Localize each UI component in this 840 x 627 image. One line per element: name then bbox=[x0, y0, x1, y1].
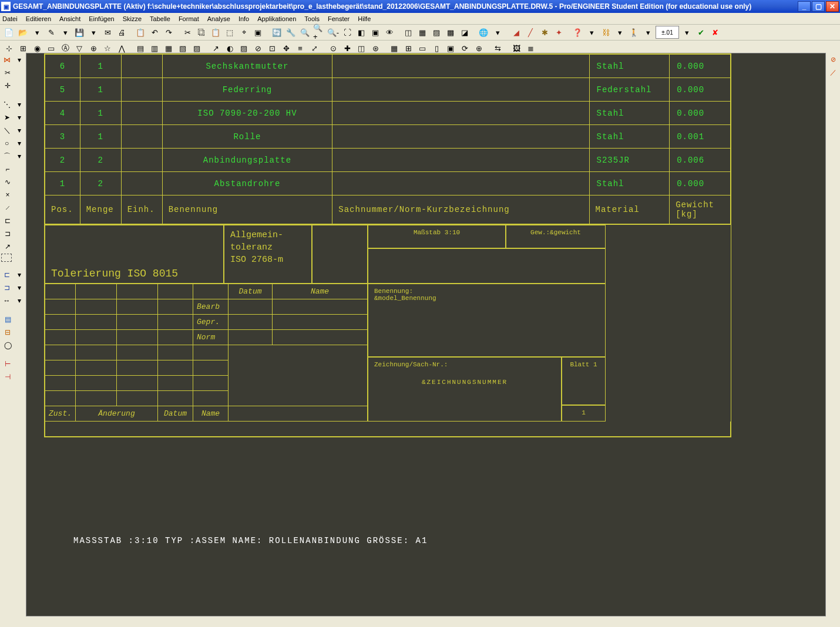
lpointer-icon[interactable]: ➤ bbox=[1, 112, 12, 123]
menu-analyse[interactable]: Analyse bbox=[207, 15, 230, 22]
sketch-new-icon[interactable]: ✎ bbox=[45, 26, 58, 39]
new-icon[interactable]: 📄 bbox=[2, 26, 15, 39]
lalign-l-icon[interactable]: ⊏ bbox=[1, 269, 12, 281]
ltrim-icon[interactable]: ✂ bbox=[1, 67, 14, 79]
dropdown-icon[interactable]: ▾ bbox=[491, 26, 504, 39]
lspline-icon[interactable]: ∿ bbox=[1, 176, 14, 188]
lalign-r-icon[interactable]: ⊐ bbox=[1, 282, 12, 294]
loffset-icon[interactable]: ⟋ bbox=[1, 202, 14, 214]
dropdown-icon[interactable]: ▾ bbox=[14, 282, 25, 294]
regen-icon[interactable]: 🔄 bbox=[270, 26, 283, 39]
dropdown-icon[interactable]: ▾ bbox=[14, 112, 25, 123]
dropdown-icon[interactable]: ▾ bbox=[14, 124, 25, 136]
rline-icon[interactable]: ／ bbox=[827, 67, 839, 77]
nohidden-icon[interactable]: ▩ bbox=[444, 26, 457, 39]
menu-tools[interactable]: Tools bbox=[304, 15, 320, 22]
ledge-icon[interactable]: ⊏ bbox=[1, 215, 14, 227]
lpoint-icon[interactable]: × bbox=[1, 189, 14, 201]
menu-tabelle[interactable]: Tabelle bbox=[150, 15, 170, 22]
help-icon[interactable]: ❓ bbox=[571, 26, 584, 39]
open-icon[interactable]: 📂 bbox=[16, 26, 29, 39]
dropdown-icon[interactable]: ▾ bbox=[14, 269, 25, 281]
menu-editieren[interactable]: Editieren bbox=[26, 15, 51, 22]
tolerance-field[interactable]: ±.01 bbox=[656, 26, 679, 39]
walk-icon[interactable]: 🚶 bbox=[627, 26, 640, 39]
lconstr-icon[interactable]: ⋱ bbox=[1, 99, 12, 110]
menu-applikationen[interactable]: Applikationen bbox=[257, 15, 296, 22]
print-icon[interactable]: 🖨 bbox=[115, 26, 128, 39]
wireframe-icon[interactable]: ◫ bbox=[402, 26, 415, 39]
menu-einfuegen[interactable]: Einfügen bbox=[89, 15, 114, 22]
larc-icon[interactable]: ⌒ bbox=[1, 150, 12, 162]
menu-info[interactable]: Info bbox=[238, 15, 249, 22]
cut-icon[interactable]: ✂ bbox=[181, 26, 194, 39]
search-icon[interactable]: 🔍 bbox=[298, 26, 311, 39]
zoom-in-icon[interactable]: 🔍+ bbox=[313, 26, 325, 39]
dropdown-icon[interactable]: ▾ bbox=[14, 99, 25, 110]
tanedge-icon[interactable]: ◪ bbox=[458, 26, 471, 39]
shade-icon[interactable]: ▨ bbox=[430, 26, 443, 39]
redo-icon[interactable]: ↷ bbox=[162, 26, 175, 39]
lballoon-icon[interactable]: ◯ bbox=[1, 339, 14, 351]
lsheet-icon[interactable]: ▤ bbox=[1, 314, 14, 325]
dropdown-icon[interactable]: ▾ bbox=[641, 26, 654, 39]
maximize-button[interactable]: ▢ bbox=[812, 1, 825, 12]
dropdown-icon[interactable]: ▾ bbox=[613, 26, 626, 39]
menu-skizze[interactable]: Skizze bbox=[123, 15, 142, 22]
menu-hilfe[interactable]: Hilfe bbox=[358, 15, 371, 22]
lcircle-icon[interactable]: ○ bbox=[1, 137, 12, 149]
tool-icon[interactable]: 🔧 bbox=[284, 26, 297, 39]
toggle-icon[interactable]: ▣ bbox=[251, 26, 264, 39]
zoom-fit-icon[interactable]: ⛶ bbox=[341, 26, 354, 39]
lline-icon[interactable]: ＼ bbox=[1, 124, 12, 136]
lcross-icon[interactable]: ✛ bbox=[1, 80, 14, 92]
lchain-icon[interactable]: ⊐ bbox=[1, 228, 14, 240]
orient-icon[interactable]: ◧ bbox=[355, 26, 368, 39]
view-icon[interactable]: 👁 bbox=[383, 26, 396, 39]
refit-icon[interactable]: ▣ bbox=[369, 26, 382, 39]
csys-icon[interactable]: ✦ bbox=[552, 26, 565, 39]
close-button[interactable]: ✕ bbox=[826, 1, 839, 12]
lfillet-icon[interactable]: ⌐ bbox=[1, 163, 14, 175]
point-icon[interactable]: ✱ bbox=[538, 26, 551, 39]
ltree-icon[interactable]: ⊟ bbox=[1, 326, 14, 338]
mail-icon[interactable]: ✉ bbox=[101, 26, 114, 39]
ldatum1-icon[interactable]: ⊢ bbox=[1, 358, 14, 370]
chain-icon[interactable]: ⛓ bbox=[599, 26, 612, 39]
copy2-icon[interactable]: ⿻ bbox=[195, 26, 208, 39]
dropdown-icon[interactable]: ▾ bbox=[585, 26, 598, 39]
dropdown-icon[interactable]: ▾ bbox=[680, 26, 693, 39]
save-icon[interactable]: 💾 bbox=[73, 26, 86, 39]
zoom-out-icon[interactable]: 🔍- bbox=[327, 26, 340, 39]
larrow-icon[interactable]: ↗ bbox=[1, 241, 14, 252]
select-all-icon[interactable]: ⬚ bbox=[223, 26, 236, 39]
dropdown-icon[interactable]: ▾ bbox=[87, 26, 100, 39]
menu-datei[interactable]: Datei bbox=[2, 15, 18, 22]
menu-ansicht[interactable]: Ansicht bbox=[59, 15, 80, 22]
paste-icon[interactable]: 📋 bbox=[209, 26, 222, 39]
undo-icon[interactable]: ↶ bbox=[148, 26, 161, 39]
globe-icon[interactable]: 🌐 bbox=[477, 26, 490, 39]
lbox-sel-icon[interactable] bbox=[1, 254, 12, 262]
menu-format[interactable]: Format bbox=[179, 15, 199, 22]
dropdown-icon[interactable]: ▾ bbox=[14, 137, 25, 149]
dropdown-icon[interactable]: ▾ bbox=[31, 26, 43, 39]
hidden-icon[interactable]: ▦ bbox=[416, 26, 429, 39]
ldatum2-icon[interactable]: ⊣ bbox=[1, 371, 14, 383]
lselect-icon[interactable]: ⋈ bbox=[1, 54, 12, 66]
minimize-button[interactable]: _ bbox=[798, 1, 811, 12]
plane-icon[interactable]: ◢ bbox=[510, 26, 523, 39]
dropdown-icon[interactable]: ▾ bbox=[14, 295, 25, 306]
menu-fenster[interactable]: Fenster bbox=[328, 15, 350, 22]
ldim-h-icon[interactable]: ↔ bbox=[1, 295, 12, 306]
check-icon[interactable]: ✔ bbox=[694, 26, 707, 39]
drawing-canvas[interactable]: 6 1 Sechskantmutter Stahl 0.000 5 1 Fede… bbox=[26, 53, 826, 616]
axis-icon[interactable]: ╱ bbox=[524, 26, 537, 39]
dropdown-icon[interactable]: ▾ bbox=[59, 26, 72, 39]
target-icon[interactable]: ⌖ bbox=[237, 26, 250, 39]
copy-icon[interactable]: 📋 bbox=[134, 26, 147, 39]
dropdown-icon[interactable]: ▾ bbox=[14, 150, 25, 162]
rsym-icon[interactable]: ⊘ bbox=[827, 54, 839, 65]
cancel-icon[interactable]: ✘ bbox=[708, 26, 721, 39]
dropdown-icon[interactable]: ▾ bbox=[14, 54, 25, 66]
